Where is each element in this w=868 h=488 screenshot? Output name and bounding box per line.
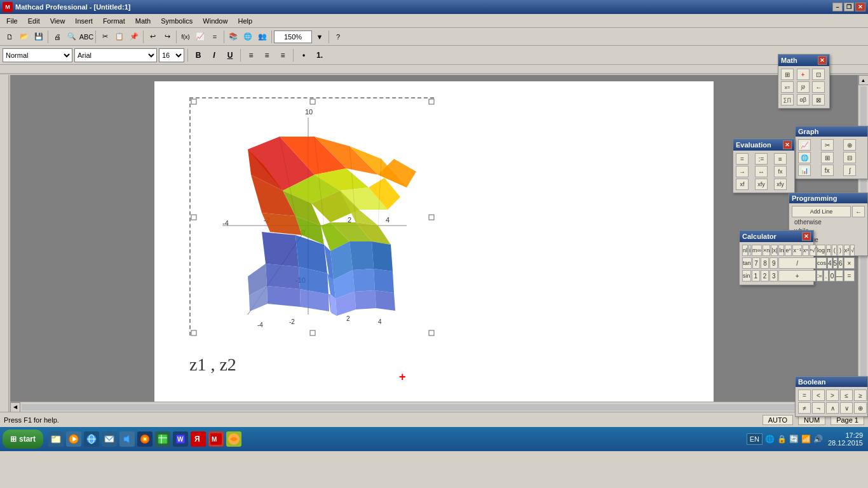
document-area[interactable]: 10 0 -10 -4 -2 2 4: [10, 75, 858, 402]
calc-lparen[interactable]: (: [832, 245, 837, 256]
graph-btn-2[interactable]: ✂: [821, 139, 834, 151]
minimize-button[interactable]: –: [832, 3, 843, 11]
eval-btn-xf[interactable]: xf: [736, 179, 749, 190]
italic-button[interactable]: I: [207, 48, 221, 62]
prog-otherwise[interactable]: otherwise: [792, 218, 865, 226]
graph-btn-8[interactable]: fx: [821, 165, 834, 176]
calc-inv[interactable]: x⁻¹: [792, 245, 802, 256]
close-button[interactable]: ✕: [855, 3, 865, 11]
taskbar-mail[interactable]: [102, 431, 117, 447]
calc-plus[interactable]: +: [778, 270, 816, 281]
taskbar-word[interactable]: W: [173, 431, 188, 447]
menu-window[interactable]: Window: [198, 16, 233, 26]
taskbar-yandex[interactable]: Я: [191, 431, 206, 447]
eval-btn-arrow[interactable]: →: [736, 166, 749, 177]
align-right[interactable]: ≡: [276, 48, 290, 62]
save-button[interactable]: 💾: [32, 30, 46, 44]
bool-lt[interactable]: <: [812, 390, 825, 401]
help-button[interactable]: ?: [331, 30, 345, 44]
menu-file[interactable]: File: [1, 16, 23, 26]
calc-nrt[interactable]: ⁿ√: [810, 245, 816, 256]
math-btn-eval[interactable]: x=: [781, 81, 794, 93]
preview-button[interactable]: 🔍: [65, 30, 79, 44]
graph-btn-7[interactable]: 📊: [798, 165, 811, 176]
copy-button[interactable]: 📋: [112, 30, 126, 44]
paste-button[interactable]: 📌: [127, 30, 141, 44]
eval-panel-header[interactable]: Evaluation ✕: [733, 139, 794, 151]
menu-view[interactable]: View: [45, 16, 71, 26]
bold-button[interactable]: B: [191, 48, 205, 62]
calc-3[interactable]: 3: [770, 270, 778, 281]
font-select[interactable]: Arial: [74, 48, 157, 62]
align-left[interactable]: ≡: [244, 48, 258, 62]
collab-btn[interactable]: 👥: [255, 30, 269, 44]
scroll-thumb[interactable]: [22, 404, 846, 410]
eval-btn-xfy2[interactable]: xfy: [774, 179, 787, 190]
align-center[interactable]: ≡: [260, 48, 274, 62]
bool-not[interactable]: ¬: [812, 402, 825, 414]
calc-1[interactable]: 1: [752, 270, 760, 281]
bool-ne[interactable]: ≠: [798, 402, 811, 414]
bool-xor[interactable]: ⊕: [854, 402, 867, 414]
insert-math[interactable]: f(x): [179, 30, 193, 44]
style-select[interactable]: Normal: [3, 48, 72, 62]
prog-arrow[interactable]: ←: [852, 206, 865, 217]
calc-9[interactable]: 9: [770, 257, 778, 269]
menu-format[interactable]: Format: [98, 16, 130, 26]
math-btn-prog[interactable]: ←: [812, 81, 825, 93]
calc-sq[interactable]: x²: [844, 245, 850, 256]
calc-8[interactable]: 8: [761, 257, 769, 269]
math-btn-calc2[interactable]: ∫∂: [797, 81, 810, 93]
taskbar-files[interactable]: [48, 431, 64, 447]
numbering[interactable]: 1.: [313, 48, 327, 62]
calc-ex[interactable]: eˣ: [785, 245, 792, 256]
calc-panel-header[interactable]: Calculator ✕: [740, 231, 813, 242]
calc-assign2[interactable]: :=: [817, 270, 823, 281]
spell-button[interactable]: ABC: [79, 30, 93, 44]
bool-gt[interactable]: >: [826, 390, 839, 401]
eval-btn-eq[interactable]: =: [736, 153, 749, 165]
volume-icon[interactable]: 🔊: [813, 435, 823, 444]
calc-0[interactable]: 0: [829, 270, 834, 281]
taskbar-network[interactable]: [84, 431, 99, 447]
web-btn[interactable]: 🌐: [241, 30, 255, 44]
restore-button[interactable]: ❐: [844, 3, 854, 11]
insert-matrix[interactable]: =: [208, 30, 222, 44]
lang-indicator[interactable]: EN: [747, 433, 763, 445]
calc-log[interactable]: log: [817, 245, 825, 256]
calc-tan[interactable]: tan: [742, 257, 752, 269]
calc-sqrt[interactable]: √: [850, 245, 855, 256]
calc-2[interactable]: 2: [761, 270, 769, 281]
taskbar-spreadsheet[interactable]: [155, 431, 170, 447]
calc-neg[interactable]: —: [836, 270, 843, 281]
calc-nl[interactable]: nl: [742, 245, 748, 256]
scroll-up-btn[interactable]: ▲: [858, 75, 869, 85]
calc-minf[interactable]: m∞: [752, 245, 762, 256]
math-btn-matrix[interactable]: ⊡: [812, 69, 825, 80]
zoom-input[interactable]: 150%: [274, 30, 312, 43]
underline-button[interactable]: U: [223, 48, 237, 62]
calc-pi[interactable]: π: [826, 245, 831, 256]
bool-and[interactable]: ∧: [826, 402, 839, 414]
menu-symbolics[interactable]: Symbolics: [156, 16, 198, 26]
prog-add-line[interactable]: Add Line: [792, 206, 851, 217]
taskbar-sound[interactable]: [119, 431, 135, 447]
prog-panel-header[interactable]: Programming: [789, 193, 867, 203]
eval-btn-xfy[interactable]: xfy: [755, 179, 768, 190]
taskbar-firefox[interactable]: [137, 431, 153, 447]
calc-i[interactable]: i: [749, 245, 751, 256]
size-select[interactable]: 16: [159, 48, 184, 62]
math-btn-graph[interactable]: +: [797, 69, 810, 80]
math-btn-calc[interactable]: ⊞: [781, 69, 794, 80]
calc-panel-close[interactable]: ✕: [802, 232, 811, 241]
taskbar-media[interactable]: [66, 431, 81, 447]
calc-ln[interactable]: ln: [778, 245, 784, 256]
horizontal-scrollbar[interactable]: ◀ ▶: [10, 402, 858, 412]
undo-button[interactable]: ↩: [146, 30, 159, 44]
resource-btn[interactable]: 📚: [226, 30, 240, 44]
bool-or[interactable]: ∨: [840, 402, 853, 414]
redo-button[interactable]: ↪: [160, 30, 174, 44]
taskbar-acrobat[interactable]: [226, 431, 241, 447]
calc-mul[interactable]: ×: [844, 257, 855, 269]
calc-equals[interactable]: =: [844, 270, 855, 281]
